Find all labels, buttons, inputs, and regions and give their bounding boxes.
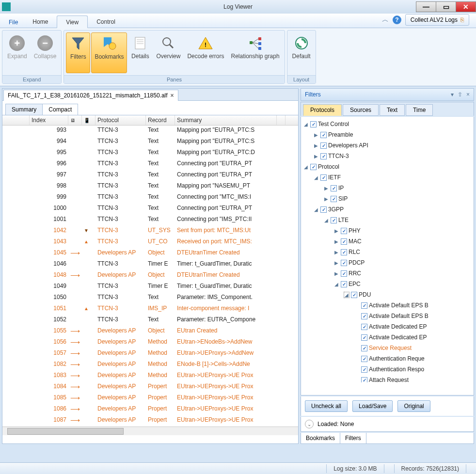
- tree-expander-icon[interactable]: ▶: [313, 154, 319, 159]
- filter-tab-protocols[interactable]: Protocols: [303, 104, 342, 116]
- table-row[interactable]: 1048⟶Developers APObjectDTEUtranTimer Cr…: [2, 270, 298, 282]
- tree-expander-icon[interactable]: ▶: [313, 143, 319, 148]
- tree-checkbox[interactable]: ✓: [361, 345, 367, 351]
- tree-checkbox[interactable]: ✓: [351, 292, 357, 298]
- tree-checkbox[interactable]: ✓: [341, 249, 347, 255]
- collapse-ribbon-icon[interactable]: ︿: [382, 16, 389, 24]
- table-row[interactable]: 1050TTCN-3TextParameter: IMS_Component.: [2, 293, 298, 304]
- tree-expander-icon[interactable]: ◢: [303, 122, 309, 127]
- tree-expander-icon[interactable]: ▶: [333, 228, 339, 234]
- table-row[interactable]: 999TTCN-3TextConnecting port "MTC_IMS:I: [2, 192, 298, 204]
- ribbon-decode-errors[interactable]: !Decode errors: [184, 32, 227, 73]
- ribbon-expand[interactable]: +Expand: [4, 32, 30, 73]
- tree-checkbox[interactable]: ✓: [320, 206, 327, 213]
- tree-node[interactable]: ✓Activate Dedicated EP: [303, 332, 472, 343]
- uncheck-all-button[interactable]: Uncheck all: [305, 400, 348, 412]
- tree-checkbox[interactable]: ✓: [320, 132, 327, 138]
- tree-node[interactable]: ▶✓MAC: [303, 236, 472, 247]
- ribbon-default[interactable]: Default: [289, 32, 314, 73]
- tree-expander-icon[interactable]: ◢: [344, 292, 349, 298]
- table-row[interactable]: 1042▼TTCN-3UT_SYSSent from port: MTC_IMS…: [2, 226, 298, 237]
- tree-checkbox[interactable]: ✓: [331, 196, 337, 202]
- tree-expander-icon[interactable]: ◢: [303, 164, 309, 170]
- table-row[interactable]: 996TTCN-3TextConnecting port "EUTRA_PT: [2, 159, 298, 170]
- tree-checkbox[interactable]: ✓: [320, 174, 327, 181]
- bottom-tab-filters[interactable]: Filters: [340, 433, 366, 443]
- document-tab[interactable]: FAIL_TC_17_1_E38_20161026_151221_mismatc…: [3, 90, 178, 101]
- ribbon-filters[interactable]: Filters: [66, 32, 90, 73]
- tree-checkbox[interactable]: ✓: [331, 185, 337, 191]
- tree-checkbox[interactable]: ✓: [341, 228, 347, 234]
- table-row[interactable]: 993TTCN-3TextMapping port "EUTRA_PTC:S: [2, 126, 298, 137]
- table-row[interactable]: 1082⟶Developers APMethodENode-B [1]->Cel…: [2, 360, 298, 371]
- tree-checkbox[interactable]: ✓: [341, 260, 347, 266]
- pin-icon[interactable]: ⇧: [458, 91, 462, 98]
- tree-node[interactable]: ◢✓LTE: [303, 215, 472, 225]
- tree-node[interactable]: ▶✓PDCP: [303, 257, 472, 268]
- tree-expander-icon[interactable]: ▶: [333, 271, 339, 276]
- table-row[interactable]: 995TTCN-3TextMapping port "EUTRA_PTC:D: [2, 148, 298, 159]
- tree-node[interactable]: ◢✓EPC: [303, 279, 472, 289]
- tree-expander-icon[interactable]: ▶: [323, 186, 329, 191]
- tree-checkbox[interactable]: ✓: [341, 238, 347, 245]
- grid-body[interactable]: 993TTCN-3TextMapping port "EUTRA_PTC:S99…: [2, 126, 298, 427]
- grid-header-cell[interactable]: [2, 115, 30, 125]
- tree-expander-icon[interactable]: ◢: [333, 282, 339, 287]
- tree-checkbox[interactable]: ✓: [361, 313, 367, 319]
- tree-expander-icon[interactable]: ◢: [313, 175, 319, 180]
- tree-node[interactable]: ▶✓RRC: [303, 268, 472, 279]
- maximize-button[interactable]: ▭: [436, 1, 456, 12]
- menu-tab-home[interactable]: Home: [24, 16, 57, 28]
- grid-header-cell[interactable]: Record: [146, 115, 175, 125]
- grid-header-cell[interactable]: 📱: [82, 115, 95, 125]
- tree-expander-icon[interactable]: ◢: [313, 207, 319, 212]
- table-row[interactable]: 1055⟶Developers APObjectEUtran Created: [2, 326, 298, 337]
- file-menu[interactable]: File: [3, 17, 24, 28]
- close-button[interactable]: ✕: [456, 1, 476, 12]
- original-button[interactable]: Original: [397, 400, 430, 412]
- filter-tab-time[interactable]: Time: [406, 104, 433, 116]
- tree-checkbox[interactable]: ✓: [361, 324, 367, 330]
- tree-node[interactable]: ◢✓IETF: [303, 172, 472, 183]
- tree-expander-icon[interactable]: ▶: [313, 132, 319, 138]
- tree-checkbox[interactable]: ✓: [361, 356, 367, 362]
- table-row[interactable]: 997TTCN-3TextConnecting port "EUTRA_PT: [2, 170, 298, 181]
- tree-expander-icon[interactable]: ◢: [323, 218, 329, 223]
- tree-node[interactable]: ◢✓Protocol: [303, 161, 472, 172]
- ribbon-details[interactable]: Details: [128, 32, 152, 73]
- grid-header-cell[interactable]: 🖥: [68, 115, 82, 125]
- table-row[interactable]: 1084⟶Developers APPropertEUtran->UEProxy…: [2, 382, 298, 393]
- horizontal-scrollbar[interactable]: [2, 427, 298, 435]
- tree-node[interactable]: ✓Attach Request: [303, 375, 472, 382]
- table-row[interactable]: 1043▲TTCN-3UT_COReceived on port: MTC_IM…: [2, 237, 298, 248]
- tree-node[interactable]: ◢✓3GPP: [303, 204, 472, 215]
- tree-node[interactable]: ✓Authentication Respo: [303, 364, 472, 375]
- table-row[interactable]: 1087⟶Developers APPropertEUtran->UEProxy…: [2, 415, 298, 427]
- tree-checkbox[interactable]: ✓: [310, 121, 317, 127]
- table-row[interactable]: 1057⟶Developers APMethodEUtran->UEProxys…: [2, 348, 298, 360]
- filter-tab-sources[interactable]: Sources: [343, 104, 379, 116]
- grid-header-cell[interactable]: Summary: [175, 115, 277, 125]
- table-row[interactable]: 1046TTCN-3Timer ETimer: t_GuardTimer, Du…: [2, 259, 298, 270]
- dropdown-icon[interactable]: ▾: [451, 91, 454, 98]
- table-row[interactable]: 1083⟶Developers APMethodEUtran->UEProxys…: [2, 371, 298, 382]
- grid-header-cell[interactable]: Protocol: [95, 115, 146, 125]
- tree-checkbox[interactable]: ✓: [361, 302, 367, 309]
- table-row[interactable]: 1052TTCN-3TextParameter: EUTRA_Compone: [2, 315, 298, 326]
- expand-icon[interactable]: ⌄: [305, 420, 314, 428]
- close-panel-icon[interactable]: ×: [466, 91, 470, 98]
- menu-tab-view[interactable]: View: [57, 16, 88, 28]
- subtab-summary[interactable]: Summary: [5, 104, 43, 115]
- tree-node[interactable]: ▶✓TTCN-3: [303, 151, 472, 161]
- bottom-tab-bookmarks[interactable]: Bookmarks: [301, 433, 340, 443]
- ribbon-relationship-graph[interactable]: Relationship graph: [228, 32, 282, 73]
- tree-checkbox[interactable]: ✓: [320, 153, 327, 159]
- tree-checkbox[interactable]: ✓: [361, 334, 367, 341]
- tree-expander-icon[interactable]: ▶: [333, 239, 339, 244]
- collect-logs-button[interactable]: Collect ALV2 Logs ⎘: [405, 14, 469, 26]
- tree-node[interactable]: ✓Service Request: [303, 343, 472, 353]
- table-row[interactable]: 1049TTCN-3Timer ETimer: t_GuardTimer, Du…: [2, 282, 298, 293]
- tree-checkbox[interactable]: ✓: [320, 142, 327, 149]
- tree-checkbox[interactable]: ✓: [361, 366, 367, 373]
- table-row[interactable]: 1045⟶Developers APObjectDTEUtranTimer Cr…: [2, 248, 298, 259]
